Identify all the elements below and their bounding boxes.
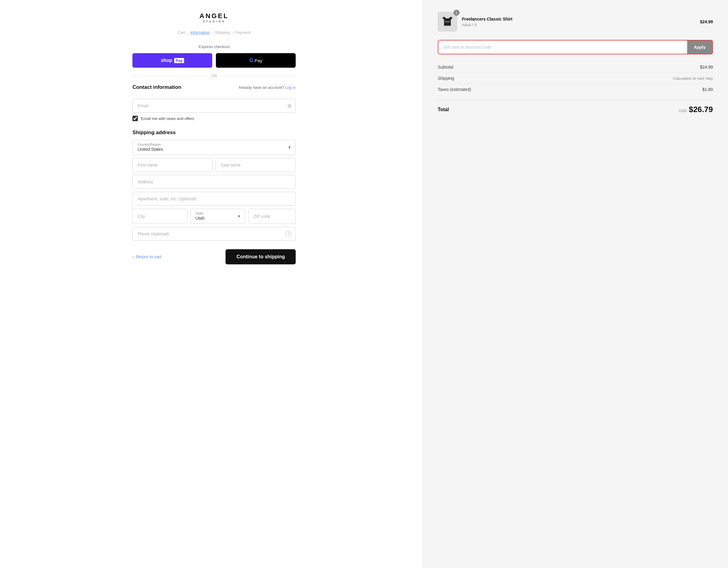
- breadcrumb-sep3: ›: [232, 30, 233, 35]
- product-name: Freelancers Classic Shirt: [462, 17, 695, 21]
- first-name-input[interactable]: [132, 158, 213, 172]
- product-price: $24.99: [700, 19, 713, 24]
- discount-row: Apply: [438, 40, 713, 54]
- taxes-row: Taxes (estimated) $1.80: [438, 84, 713, 95]
- breadcrumb: Cart › Information › Shipping › Payment: [178, 30, 251, 35]
- state-field-wrapper: State Utah California New York ▼: [190, 209, 245, 224]
- subtotal-row: Subtotal $24.99: [438, 62, 713, 73]
- contact-title: Contact information: [132, 84, 181, 90]
- subtotal-label: Subtotal: [438, 65, 453, 70]
- contact-header: Contact information Already have an acco…: [132, 84, 296, 95]
- phone-help-icon[interactable]: ?: [285, 231, 291, 237]
- checkout-form: Express checkout shop Pay G Pay OR: [132, 44, 296, 265]
- total-value: $26.79: [689, 105, 713, 114]
- account-prompt: Already have an account?: [239, 85, 284, 90]
- zip-input[interactable]: [248, 209, 296, 224]
- breadcrumb-sep2: ›: [212, 30, 213, 35]
- return-to-cart-link[interactable]: ‹ Return to cart: [132, 255, 161, 259]
- tshirt-icon: ANGEL: [440, 14, 455, 29]
- gpay-button[interactable]: G Pay: [216, 53, 296, 68]
- breadcrumb-payment[interactable]: Payment: [235, 30, 250, 35]
- phone-input[interactable]: [132, 227, 296, 241]
- bottom-actions: ‹ Return to cart Continue to shipping: [132, 249, 296, 265]
- state-label: State: [196, 212, 240, 215]
- total-row: Total USD $26.79: [438, 100, 713, 114]
- name-row: [132, 158, 296, 172]
- total-label: Total: [438, 107, 449, 112]
- svg-text:ANGEL: ANGEL: [445, 21, 450, 23]
- address-field-wrapper: [132, 175, 296, 189]
- continue-button[interactable]: Continue to shipping: [226, 249, 296, 265]
- login-link[interactable]: Log in: [285, 85, 296, 90]
- shipping-label: Shipping: [438, 76, 454, 81]
- city-state-zip-row: State Utah California New York ▼: [132, 209, 296, 224]
- total-value-wrap: USD $26.79: [679, 105, 713, 114]
- breadcrumb-information[interactable]: Information: [190, 30, 210, 35]
- email-icon: ⊞: [288, 103, 291, 109]
- brand-sub: STUDIOS: [200, 20, 229, 23]
- breadcrumb-shipping[interactable]: Shipping: [215, 30, 230, 35]
- express-checkout-section: Express checkout shop Pay G Pay: [132, 44, 296, 68]
- phone-field-wrapper: ?: [132, 227, 296, 241]
- country-field-wrapper: Country/Region United States Canada Unit…: [132, 140, 296, 155]
- return-label: Return to cart: [136, 255, 161, 259]
- logo: ANGEL STUDIOS: [200, 12, 229, 23]
- left-panel: ANGEL STUDIOS Cart › Information › Shipp…: [0, 0, 422, 568]
- shipping-value: Calculated at next step: [673, 76, 713, 81]
- express-buttons: shop Pay G Pay: [132, 53, 296, 68]
- or-divider: OR: [132, 74, 296, 78]
- breadcrumb-cart[interactable]: Cart: [178, 30, 185, 35]
- newsletter-label: Email me with news and offers: [141, 116, 194, 121]
- shipping-row: Shipping Calculated at next step: [438, 73, 713, 84]
- contact-section: Contact information Already have an acco…: [132, 84, 296, 121]
- or-label: OR: [211, 74, 217, 78]
- newsletter-checkbox[interactable]: [132, 116, 138, 121]
- discount-input[interactable]: [438, 41, 684, 54]
- shoppay-label: shop: [161, 58, 172, 63]
- country-label: Country/Region: [138, 143, 291, 146]
- product-image-wrapper: ANGEL 1: [438, 12, 457, 31]
- total-currency: USD: [679, 109, 687, 113]
- apt-field-wrapper: [132, 192, 296, 206]
- express-title: Express checkout: [132, 44, 296, 49]
- gpay-label: Pay: [255, 58, 262, 63]
- summary-rows: Subtotal $24.99 Shipping Calculated at n…: [438, 62, 713, 95]
- email-input[interactable]: [132, 99, 296, 113]
- breadcrumb-sep1: ›: [187, 30, 188, 35]
- shoppay-button[interactable]: shop Pay: [132, 53, 212, 68]
- shipping-section: Shipping address Country/Region United S…: [132, 130, 296, 241]
- subtotal-value: $24.99: [700, 65, 713, 70]
- back-arrow-icon: ‹: [132, 255, 134, 259]
- city-input[interactable]: [132, 209, 187, 224]
- google-g-icon: G: [249, 57, 253, 63]
- last-name-input[interactable]: [216, 158, 296, 172]
- brand-name: ANGEL: [200, 12, 229, 20]
- product-row: ANGEL 1 Freelancers Classic Shirt Adult …: [438, 12, 713, 31]
- taxes-label: Taxes (estimated): [438, 87, 471, 92]
- address-input[interactable]: [132, 175, 296, 189]
- right-panel: ANGEL 1 Freelancers Classic Shirt Adult …: [422, 0, 728, 568]
- account-link: Already have an account? Log in: [239, 85, 296, 90]
- apply-button[interactable]: Apply: [687, 41, 712, 54]
- product-image: ANGEL: [438, 12, 457, 31]
- shoppay-badge: Pay: [174, 58, 184, 63]
- product-info: Freelancers Classic Shirt Adult / S: [462, 17, 695, 27]
- apt-input[interactable]: [132, 192, 296, 206]
- taxes-value: $1.80: [702, 87, 713, 92]
- email-field-wrapper: ⊞: [132, 99, 296, 113]
- shipping-title: Shipping address: [132, 130, 296, 136]
- newsletter-row: Email me with news and offers: [132, 116, 296, 121]
- product-variant: Adult / S: [462, 23, 695, 27]
- product-quantity-badge: 1: [453, 10, 460, 16]
- country-select[interactable]: United States Canada United Kingdom: [138, 147, 291, 152]
- state-select[interactable]: Utah California New York: [196, 216, 240, 221]
